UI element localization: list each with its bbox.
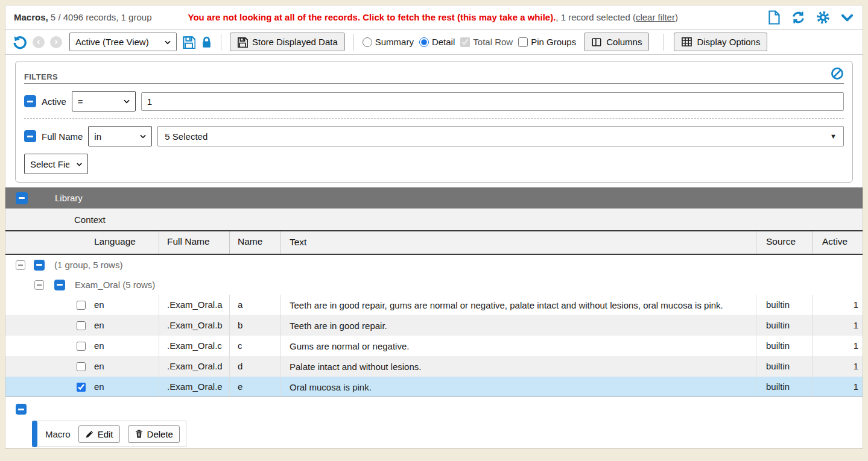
summary-radio[interactable]: Summary [363,37,414,47]
selection-note: , 1 record selected (clear filter) [556,12,678,22]
pin-groups-checkbox[interactable]: Pin Groups [518,37,576,47]
footer-minus-button[interactable] [16,404,27,415]
table-row[interactable]: en .Exam_Oral.c c Gums are normal or neg… [5,336,863,356]
cell-full-name: .Exam_Oral.c [159,336,230,356]
cell-source: builtin [756,295,813,315]
dropdown-arrow-icon: ▼ [830,133,837,140]
table-row-selected[interactable]: en .Exam_Oral.e e Oral mucosa is pink. b… [5,377,863,397]
undo-icon[interactable] [13,35,27,49]
clear-filter-link[interactable]: clear filter [636,12,675,22]
filters-header: FILTERS [24,67,844,84]
delete-macro-button[interactable]: Delete [128,425,180,443]
save-icon [237,37,248,48]
cell-language: en [94,340,104,351]
column-header-name[interactable]: Name [230,231,281,254]
display-options-icon [681,36,692,48]
operator-select[interactable]: = [72,91,136,111]
select-field-wrap: Select Field [24,154,88,174]
cell-select: en [5,356,159,377]
lock-icon[interactable] [201,36,212,49]
row-checkbox[interactable] [77,321,86,330]
view-select[interactable]: Active (Tree View) [69,33,177,51]
refresh-icon[interactable] [791,10,806,25]
pin-groups-checkbox-input[interactable] [518,37,528,47]
history-back-button[interactable]: ‹ [33,36,45,48]
select-field-dropdown[interactable]: Select Field [24,154,88,174]
cell-language: en [94,381,104,392]
subgroup-row-exam-oral: Exam_Oral (5 rows) [5,275,863,295]
pin-groups-label: Pin Groups [531,37,576,47]
cell-text: Teeth are in good repair, gums are norma… [281,295,756,315]
cell-full-name: .Exam_Oral.b [159,315,230,336]
cell-language: en [94,299,104,310]
group-minus-button[interactable] [34,260,45,271]
operator-select-wrap: = [72,91,136,111]
macro-panel-accent-bar [32,421,37,447]
cell-name: c [230,336,281,356]
new-record-icon[interactable] [768,10,781,25]
column-header-active[interactable]: Active [813,231,864,254]
cell-active: 1 [813,377,864,397]
history-forward-button[interactable]: › [50,36,62,48]
context-label: Context [74,215,106,225]
store-button-label: Store Displayed Data [252,37,338,47]
filter-value-input[interactable] [141,92,844,111]
total-row-checkbox: Total Row [460,37,513,47]
row-checkbox[interactable] [77,342,86,351]
column-header-source[interactable]: Source [756,231,813,254]
detail-radio[interactable]: Detail [419,37,455,47]
column-header-text[interactable]: Text [281,231,756,254]
subgroup-minus-button[interactable] [54,280,65,290]
cell-name: d [230,356,281,377]
collapse-group-icon[interactable] [16,260,25,270]
total-row-checkbox-input [460,37,470,47]
column-header-row: Language Full Name Name Text Source Acti… [5,231,863,255]
operator-select[interactable]: in [88,126,152,146]
chevron-down-icon[interactable] [840,10,854,25]
table-row[interactable]: en .Exam_Oral.d d Palate intact and with… [5,356,863,377]
group-header-label: Library [55,193,83,203]
cell-language: en [94,361,104,371]
edit-button-label: Edit [98,429,113,439]
filter-field-label: Full Name [42,131,83,142]
edit-macro-button[interactable]: Edit [78,425,120,443]
footer-collapse-row [5,397,863,421]
collapse-library-button[interactable] [16,192,28,204]
multiselect-value: 5 Selected [165,131,207,142]
cell-text: Gums are normal or negative. [281,336,756,356]
row-checkbox[interactable] [77,362,86,371]
cell-language: en [94,320,104,330]
remove-filter-button[interactable] [24,130,36,142]
summary-radio-input[interactable] [363,37,372,47]
cell-source: builtin [756,377,813,397]
collapse-subgroup-icon[interactable] [34,280,44,290]
cell-select: en [5,315,159,336]
columns-button[interactable]: Columns [584,33,649,51]
cell-active: 1 [813,336,864,356]
table-row[interactable]: en .Exam_Oral.a a Teeth are in good repa… [5,295,863,315]
multiselect-dropdown[interactable]: 5 Selected ▼ [157,126,844,146]
fetch-rest-warning[interactable]: You are not looking at all of the record… [188,12,556,22]
cell-source: builtin [756,315,813,336]
table-row[interactable]: en .Exam_Oral.b b Teeth are in good repa… [5,315,863,336]
toolbar: ‹ › Active (Tree View) Store Displayed D… [5,30,863,55]
row-checkbox[interactable] [77,383,86,392]
gear-icon[interactable] [816,10,830,25]
cell-full-name: .Exam_Oral.d [159,356,230,377]
display-options-button[interactable]: Display Options [674,33,767,51]
save-view-icon[interactable] [182,36,195,49]
selection-suffix: ) [675,12,678,22]
remove-filter-button[interactable] [24,95,36,107]
cell-name: e [230,377,281,397]
cell-active: 1 [813,315,864,336]
column-header-full-name[interactable]: Full Name [159,231,230,254]
macros-window: Macros, 5 / 4096 records, 1 group You ar… [5,5,863,449]
clear-filters-icon[interactable] [831,67,844,80]
group-row-label: (1 group, 5 rows) [54,260,122,270]
row-checkbox[interactable] [77,301,86,310]
detail-radio-input[interactable] [419,37,429,47]
store-displayed-data-button[interactable]: Store Displayed Data [230,33,345,51]
record-count: 5 / 4096 records, 1 group [48,12,152,22]
column-header-language[interactable]: Language [5,231,159,254]
cell-name: a [230,295,281,315]
